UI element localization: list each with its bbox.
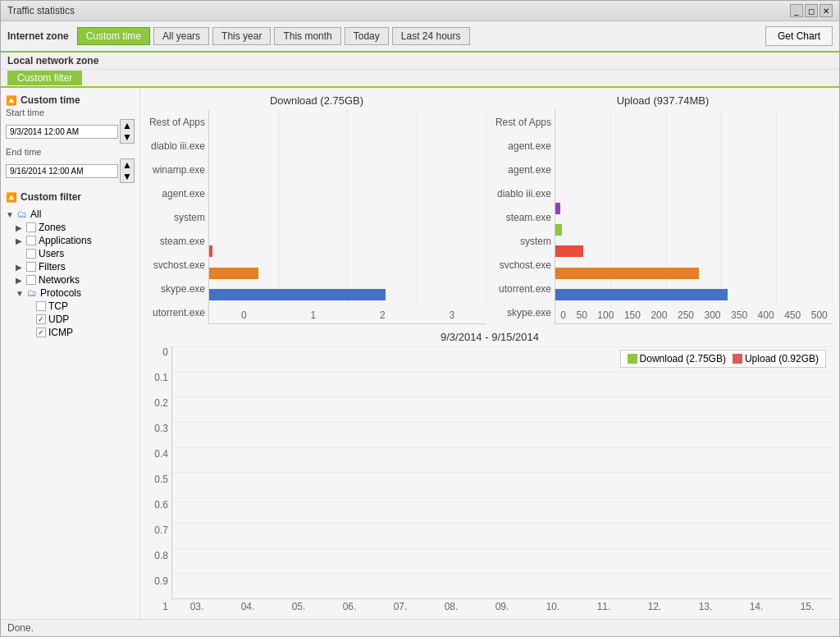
custom-filter-header[interactable]: 🔼 Custom filter [6,190,135,204]
tab-last-24[interactable]: Last 24 hours [392,27,470,45]
bottom-bar-area: Download (2.75GB) Upload (0.92GB) [171,346,833,599]
y-axis: 1 0.9 0.8 0.7 0.6 0.5 0.4 0.3 0.2 0.1 0 [147,346,171,612]
dl-label-7: skype.exe [147,283,205,295]
bottom-chart-content: Download (2.75GB) Upload (0.92GB) [171,346,833,612]
bx-13: 13. [699,601,713,612]
bx-14: 14. [750,601,764,612]
start-time-input[interactable] [6,125,118,139]
minimize-button[interactable]: _ [790,4,803,17]
tree-item-filters[interactable]: ▶ Filters [6,260,135,273]
ul-bar-row-7 [555,266,833,281]
end-time-input[interactable] [6,164,118,178]
udp-checkbox[interactable]: ✓ [36,314,46,324]
get-chart-button[interactable]: Get Chart [765,26,833,46]
icmp-checkbox[interactable]: ✓ [36,328,46,337]
end-time-field: End time ▲▼ [6,147,135,183]
tree-item-udp[interactable]: ✓ UDP [6,313,135,326]
applications-expand-icon: ▶ [16,236,24,245]
custom-time-header[interactable]: 🔼 Custom time [6,93,135,108]
ul-x-3: 150 [624,309,641,321]
bx-08: 08. [445,601,459,612]
custom-filter-button[interactable]: Custom filter [7,71,82,85]
tree-item-networks[interactable]: ▶ Networks [6,273,135,286]
y-8: 0.8 [154,550,168,561]
bx-03: 03. [190,601,204,612]
custom-filter-arrow: 🔼 [6,192,17,203]
tree-item-icmp[interactable]: ✓ ICMP [6,326,135,339]
toolbar: Internet zone Custom time All years This… [1,21,839,53]
tree-item-users[interactable]: Users [6,247,135,260]
ul-x-8: 400 [758,309,774,321]
local-network-zone-label: Local network zone [7,55,98,66]
protocols-folder-icon: 🗂 [26,288,38,298]
dl-bar-row-5 [209,222,486,237]
custom-time-arrow: 🔼 [6,95,17,106]
start-time-field: Start time ▲▼ [6,108,135,144]
dl-bar-row-6 [209,244,486,259]
custom-filter-row: Custom filter [1,70,839,88]
close-button[interactable]: ✕ [819,4,833,17]
tree-item-zones[interactable]: ▶ Zones [6,221,135,234]
ul-bar-row-4 [555,201,833,216]
icmp-label: ICMP [48,327,73,338]
all-folder-icon: 🗂 [16,209,28,219]
ul-label-5: system [493,236,551,247]
filters-expand-icon: ▶ [16,263,24,272]
tab-this-month[interactable]: This month [274,27,340,45]
zones-checkbox[interactable] [26,222,36,232]
y-4: 0.4 [154,448,168,460]
download-bar-chart: Rest of Apps diablo iii.exe winamp.exe a… [147,110,486,324]
applications-checkbox[interactable] [26,236,36,245]
top-charts: Download (2.75GB) Rest of Apps diablo ii… [147,94,833,324]
networks-label: Networks [39,274,80,286]
bottom-chart-inner: 1 0.9 0.8 0.7 0.6 0.5 0.4 0.3 0.2 0.1 0 [147,346,833,612]
tree-item-protocols[interactable]: ▼ 🗂 Protocols [6,286,135,300]
dl-label-5: steam.exe [147,236,205,247]
upload-bar-chart: Rest of Apps agent.exe agent.exe diablo … [493,110,833,324]
tcp-checkbox[interactable] [36,301,46,311]
sidebar: 🔼 Custom time Start time ▲▼ End time ▲▼ [1,88,140,619]
filters-checkbox[interactable] [26,262,36,272]
tab-custom-time[interactable]: Custom time [77,27,150,45]
ul-x-1: 50 [576,309,587,321]
ul-x-10: 500 [811,309,828,321]
tab-this-year[interactable]: This year [212,27,271,45]
networks-checkbox[interactable] [26,275,36,285]
bottom-bars-container [172,346,833,598]
internet-zone-label: Internet zone [7,30,69,42]
y-3: 0.3 [154,423,168,434]
y-7: 0.7 [154,525,168,536]
download-bar-labels: Rest of Apps diablo iii.exe winamp.exe a… [147,110,208,324]
start-time-spinner[interactable]: ▲▼ [120,119,135,144]
end-time-spinner[interactable]: ▲▼ [120,158,135,183]
filters-label: Filters [39,261,66,273]
ul-label-8: skype.exe [493,307,551,318]
networks-expand-icon: ▶ [16,276,24,285]
upload-x-axis: 0 50 100 150 200 250 300 350 400 450 500 [555,307,833,323]
bx-11: 11. [597,601,611,612]
users-checkbox[interactable] [26,249,36,259]
dl-label-6: svchost.exe [147,259,205,271]
tree-item-all[interactable]: ▼ 🗂 All [6,208,135,221]
tab-today[interactable]: Today [345,27,389,45]
ul-bar-row-1 [555,136,833,151]
dl-bar-row-2 [209,158,486,173]
applications-label: Applications [39,235,92,246]
tree-item-tcp[interactable]: TCP [6,300,135,313]
start-time-input-group: ▲▼ [6,119,135,144]
tree-item-applications[interactable]: ▶ Applications [6,234,135,247]
download-bars [209,110,486,307]
custom-time-label: Custom time [21,94,80,106]
all-expand-icon: ▼ [6,210,14,219]
ul-x-2: 100 [597,309,614,321]
chart-area: Download (2.75GB) Rest of Apps diablo ii… [140,88,839,619]
dl-label-3: agent.exe [147,188,205,199]
ul-label-1: agent.exe [493,140,551,152]
zones-expand-icon: ▶ [16,223,24,232]
bottom-x-axis: 03. 04. 05. 06. 07. 08. 09. 10. 11. 12. … [171,599,833,612]
dl-label-2: winamp.exe [147,164,205,176]
tab-all-years[interactable]: All years [153,27,209,45]
protocols-label: Protocols [40,287,81,299]
status-bar: Done. [1,619,839,636]
restore-button[interactable]: ◻ [805,4,818,17]
